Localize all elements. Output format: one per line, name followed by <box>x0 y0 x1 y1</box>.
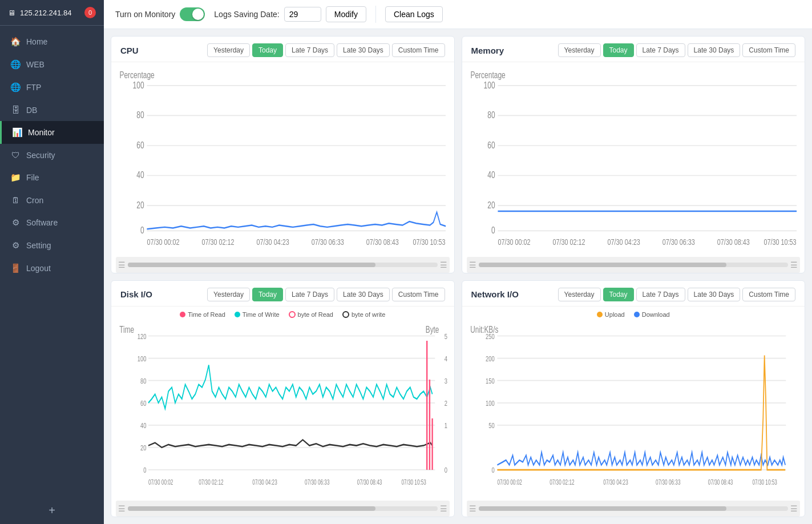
legend-dot-time-read <box>180 312 185 317</box>
sidebar-item-home[interactable]: 🏠 Home <box>0 30 104 53</box>
sidebar-item-db[interactable]: 🗄 DB <box>0 99 104 121</box>
svg-text:200: 200 <box>486 353 495 362</box>
svg-text:07/30 02:12: 07/30 02:12 <box>202 237 235 247</box>
cpu-scroll-left[interactable]: ☰ <box>118 260 126 269</box>
svg-text:0: 0 <box>140 225 144 236</box>
memory-scrollbar[interactable]: ☰ ☰ <box>467 257 801 273</box>
svg-text:0: 0 <box>445 465 447 474</box>
svg-text:0: 0 <box>491 465 495 474</box>
disk-filter-yesterday[interactable]: Yesterday <box>207 288 250 301</box>
svg-text:07/30 06:33: 07/30 06:33 <box>656 478 681 486</box>
cpu-scrollbar[interactable]: ☰ ☰ <box>116 257 450 273</box>
disk-filter-7days[interactable]: Late 7 Days <box>285 288 334 301</box>
disk-scroll-track[interactable] <box>128 506 438 511</box>
setting-icon: ⚙ <box>10 240 21 251</box>
memory-title: Memory <box>471 46 504 55</box>
cpu-filter-custom[interactable]: Custom Time <box>392 43 445 57</box>
sidebar-label-logout: Logout <box>26 264 51 273</box>
memory-filter-30days[interactable]: Late 30 Days <box>688 43 741 57</box>
network-filter-30days[interactable]: Late 30 Days <box>688 288 741 301</box>
memory-chart-svg: Percentage 100 80 60 40 20 0 07/30 00:02… <box>469 67 798 255</box>
memory-filter-custom[interactable]: Custom Time <box>742 43 795 57</box>
web-icon: 🌐 <box>10 59 21 70</box>
cpu-filter-7days[interactable]: Late 7 Days <box>285 43 334 57</box>
memory-filter-today[interactable]: Today <box>603 43 634 57</box>
sidebar-item-cron[interactable]: 🗓 Cron <box>0 189 104 211</box>
cpu-scroll-right[interactable]: ☰ <box>440 260 447 269</box>
file-icon: 📁 <box>10 172 21 183</box>
sidebar-item-logout[interactable]: 🚪 Logout <box>0 257 104 280</box>
disk-filter-today[interactable]: Today <box>252 288 283 301</box>
legend-upload: Upload <box>597 311 625 318</box>
network-scroll-left[interactable]: ☰ <box>469 504 476 513</box>
memory-scroll-left[interactable]: ☰ <box>469 260 476 269</box>
ftp-icon: 🌐 <box>10 82 21 92</box>
svg-text:07/30 10:53: 07/30 10:53 <box>413 237 445 247</box>
legend-time-write: Time of Write <box>235 311 280 318</box>
sidebar-item-setting[interactable]: ⚙ Setting <box>0 234 104 257</box>
modify-button[interactable]: Modify <box>326 6 366 22</box>
memory-time-filters: Yesterday Today Late 7 Days Late 30 Days… <box>558 43 795 57</box>
memory-filter-7days[interactable]: Late 7 Days <box>636 43 685 57</box>
cpu-panel: CPU Yesterday Today Late 7 Days Late 30 … <box>111 36 455 273</box>
network-filter-custom[interactable]: Custom Time <box>742 288 795 301</box>
sidebar-item-ftp[interactable]: 🌐 FTP <box>0 76 104 99</box>
notification-badge: 0 <box>84 7 96 18</box>
sidebar-item-security[interactable]: 🛡 Security <box>0 144 104 166</box>
sidebar-item-monitor[interactable]: 📊 Monitor <box>0 121 104 144</box>
sidebar-item-software[interactable]: ⚙ Software <box>0 211 104 234</box>
svg-text:07/30 00:02: 07/30 00:02 <box>148 478 173 486</box>
legend-time-read: Time of Read <box>180 311 225 318</box>
logs-saving-group: Logs Saving Date: Modify <box>214 6 366 22</box>
svg-text:07/30 06:33: 07/30 06:33 <box>305 478 330 486</box>
add-server-button[interactable]: + <box>49 504 55 517</box>
sidebar-label-cron: Cron <box>26 196 43 205</box>
vertical-divider <box>375 6 376 23</box>
legend-download: Download <box>634 311 670 318</box>
cpu-filter-yesterday[interactable]: Yesterday <box>207 43 250 57</box>
disk-header: Disk I/O Yesterday Today Late 7 Days Lat… <box>111 281 454 307</box>
monitor-toggle-switch[interactable] <box>180 7 205 21</box>
network-scroll-right[interactable]: ☰ <box>790 504 798 513</box>
svg-text:Time: Time <box>119 324 134 335</box>
legend-label-byte-write: byte of write <box>352 311 385 318</box>
network-scroll-track[interactable] <box>479 506 789 511</box>
svg-text:07/30 00:02: 07/30 00:02 <box>498 237 530 247</box>
network-scrollbar[interactable]: ☰ ☰ <box>467 501 801 517</box>
cpu-filter-today[interactable]: Today <box>252 43 283 57</box>
sidebar-label-db: DB <box>26 106 37 115</box>
cpu-scroll-track[interactable] <box>128 263 438 267</box>
disk-scrollbar[interactable]: ☰ ☰ <box>116 501 450 517</box>
network-filter-today[interactable]: Today <box>603 288 634 301</box>
svg-text:07/30 10:53: 07/30 10:53 <box>752 478 777 486</box>
svg-text:1: 1 <box>445 421 447 429</box>
disk-scroll-left[interactable]: ☰ <box>118 504 126 513</box>
memory-scroll-thumb <box>479 263 726 267</box>
svg-text:Byte: Byte <box>426 324 439 335</box>
network-filter-yesterday[interactable]: Yesterday <box>558 288 601 301</box>
clean-logs-button[interactable]: Clean Logs <box>385 6 443 22</box>
monitor-icon: 📊 <box>12 127 22 138</box>
disk-scroll-right[interactable]: ☰ <box>440 504 447 513</box>
logs-saving-input[interactable] <box>284 7 321 22</box>
svg-text:07/30 08:43: 07/30 08:43 <box>366 237 399 247</box>
memory-panel: Memory Yesterday Today Late 7 Days Late … <box>462 36 806 273</box>
svg-text:0: 0 <box>491 225 495 236</box>
network-filter-7days[interactable]: Late 7 Days <box>636 288 685 301</box>
disk-filter-custom[interactable]: Custom Time <box>392 288 445 301</box>
legend-dot-upload <box>597 312 603 317</box>
memory-scroll-track[interactable] <box>479 263 789 267</box>
memory-scroll-right[interactable]: ☰ <box>790 260 798 269</box>
disk-chart-body: Time Byte 120 5 100 4 80 3 60 2 <box>111 320 454 501</box>
memory-header: Memory Yesterday Today Late 7 Days Late … <box>462 37 805 62</box>
sidebar-item-file[interactable]: 📁 File <box>0 166 104 189</box>
disk-filter-30days[interactable]: Late 30 Days <box>337 288 390 301</box>
disk-scroll-thumb <box>128 506 375 511</box>
svg-text:Percentage: Percentage <box>119 70 154 80</box>
cpu-filter-30days[interactable]: Late 30 Days <box>337 43 390 57</box>
cpu-scroll-thumb <box>128 263 375 267</box>
sidebar-item-web[interactable]: 🌐 WEB <box>0 53 104 76</box>
svg-text:100: 100 <box>483 80 495 90</box>
memory-filter-yesterday[interactable]: Yesterday <box>558 43 601 57</box>
legend-label-byte-read: byte of Read <box>298 311 333 318</box>
